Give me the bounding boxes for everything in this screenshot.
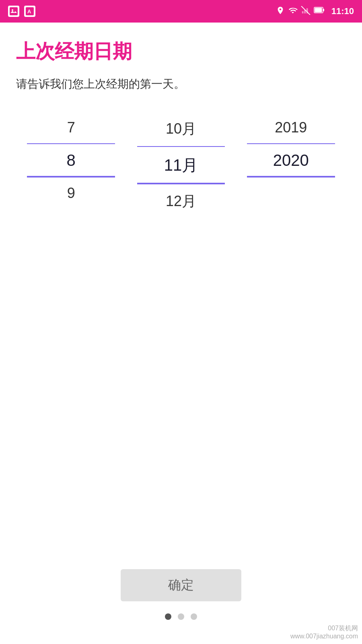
page-dot-2 xyxy=(178,613,184,620)
page-title: 上次经期日期 xyxy=(16,39,346,64)
month-item-10[interactable]: 10月 xyxy=(126,112,236,146)
status-bar: A xyxy=(0,0,362,23)
svg-rect-0 xyxy=(10,7,18,15)
page-dot-3 xyxy=(191,613,197,620)
bottom-section: 确定 xyxy=(0,569,362,620)
day-column[interactable]: 7 8 9 xyxy=(16,112,126,219)
text-app-icon: A xyxy=(24,6,35,17)
month-column[interactable]: 10月 11月 12月 xyxy=(126,112,236,219)
day-item-8-selected[interactable]: 8 xyxy=(16,144,126,177)
status-bar-right-icons: 11:10 xyxy=(276,6,354,17)
svg-rect-9 xyxy=(323,9,324,11)
date-picker[interactable]: 7 8 9 10月 11月 12月 2019 2020 xyxy=(16,112,346,219)
wifi-icon xyxy=(288,6,298,17)
location-icon xyxy=(276,6,285,17)
year-item-2019[interactable]: 2019 xyxy=(236,112,346,143)
year-divider-bottom xyxy=(247,177,335,178)
year-item-2020-selected[interactable]: 2020 xyxy=(236,144,346,177)
svg-line-7 xyxy=(301,6,310,15)
svg-text:A: A xyxy=(27,8,31,14)
watermark: 007装机网 www.007jiazhuang.com xyxy=(290,624,358,640)
year-column[interactable]: 2019 2020 xyxy=(236,112,346,219)
day-item-7[interactable]: 7 xyxy=(16,112,126,143)
svg-rect-10 xyxy=(315,8,322,12)
status-bar-left: A xyxy=(8,6,272,17)
svg-point-1 xyxy=(12,9,13,11)
watermark-line1: 007装机网 xyxy=(290,624,358,633)
day-item-9[interactable]: 9 xyxy=(16,178,126,209)
status-time: 11:10 xyxy=(331,6,354,17)
month-item-11-selected[interactable]: 11月 xyxy=(126,147,236,184)
image-app-icon xyxy=(8,6,19,17)
page-subtitle: 请告诉我们您上次经期的第一天。 xyxy=(16,76,346,92)
page-dot-1 xyxy=(165,613,171,620)
month-item-12[interactable]: 12月 xyxy=(126,184,236,219)
battery-icon xyxy=(314,6,325,17)
svg-rect-4 xyxy=(302,11,304,13)
signal-icon xyxy=(301,6,311,17)
page-indicators xyxy=(165,613,197,620)
confirm-button[interactable]: 确定 xyxy=(121,569,241,601)
watermark-line2: www.007jiazhuang.com xyxy=(290,633,358,640)
main-content: 上次经期日期 请告诉我们您上次经期的第一天。 7 8 9 10月 11月 12月… xyxy=(0,23,362,219)
